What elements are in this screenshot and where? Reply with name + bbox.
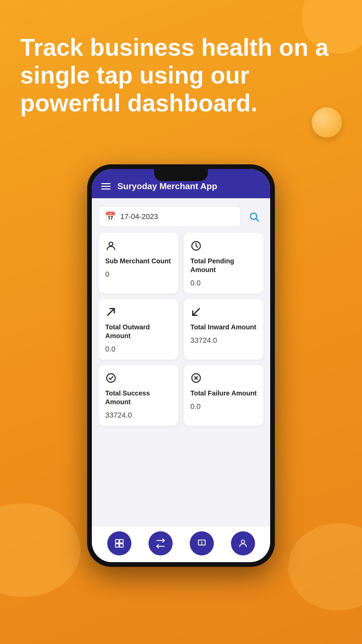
card-sub-merchant-count[interactable]: Sub Merchant Count 0 [99,233,178,293]
card-total-pending-amount[interactable]: Total Pending Amount 0.0 [184,233,263,293]
bottom-navigation [92,526,270,562]
decorative-blob-bottom-right [288,523,362,610]
hamburger-menu-button[interactable] [101,183,111,190]
svg-point-2 [109,242,113,246]
svg-point-4 [107,374,115,382]
card-total-inward-amount[interactable]: Total Inward Amount 33724.0 [184,299,263,360]
arrows-icon [156,538,166,548]
total-success-amount-value: 33724.0 [105,411,172,420]
total-pending-amount-label: Total Pending Amount [190,257,257,274]
svg-point-14 [241,540,245,543]
phone-notch [154,169,208,181]
total-failure-amount-value: 0.0 [190,402,257,411]
app-title: Suryoday Merchant App [117,181,217,192]
card-total-outward-amount[interactable]: Total Outward Amount 0.0 [99,299,178,360]
card-total-success-amount[interactable]: Total Success Amount 33724.0 [99,365,178,426]
sub-merchant-count-value: 0 [105,270,172,279]
svg-line-1 [256,219,258,221]
x-circle-icon [190,372,257,385]
decorative-blob-bottom-left [0,503,80,597]
nav-alert-button[interactable] [190,531,214,555]
card-total-failure-amount[interactable]: Total Failure Amount 0.0 [184,365,263,426]
calendar-icon: 📅 [105,211,116,222]
search-button[interactable] [245,207,263,226]
person-icon [105,240,172,253]
nav-profile-button[interactable] [231,531,255,555]
app-content: 📅 17-04-2023 [92,198,270,526]
stats-grid: Sub Merchant Count 0 Total Pending Amoun… [99,233,263,426]
phone-mockup: Suryoday Merchant App 📅 17-04-2023 [87,164,275,567]
sub-merchant-count-label: Sub Merchant Count [105,257,172,265]
phone-outer-shell: Suryoday Merchant App 📅 17-04-2023 [87,164,275,567]
svg-rect-11 [120,544,123,547]
total-failure-amount-label: Total Failure Amount [190,389,257,397]
user-icon [238,538,248,548]
search-icon [249,211,259,222]
arrow-down-left-icon [190,306,257,319]
grid-icon [114,538,124,548]
date-value: 17-04-2023 [120,212,158,221]
alert-icon [197,538,207,548]
svg-rect-8 [115,540,119,543]
headline: Track business health on a single tap us… [20,34,342,117]
date-filter-row: 📅 17-04-2023 [99,206,263,227]
total-pending-amount-value: 0.0 [190,279,257,287]
phone-screen: Suryoday Merchant App 📅 17-04-2023 [92,169,270,562]
total-success-amount-label: Total Success Amount [105,389,172,406]
arrow-up-right-icon [105,306,172,319]
clock-icon [190,240,257,253]
total-outward-amount-value: 0.0 [105,345,172,354]
total-outward-amount-label: Total Outward Amount [105,323,172,340]
check-circle-icon [105,372,172,385]
total-inward-amount-value: 33724.0 [190,336,257,345]
nav-transfer-button[interactable] [148,531,173,555]
date-input-box[interactable]: 📅 17-04-2023 [99,206,241,227]
svg-rect-10 [115,544,119,547]
total-inward-amount-label: Total Inward Amount [190,323,257,331]
svg-rect-9 [120,540,123,543]
nav-dashboard-button[interactable] [107,531,131,555]
